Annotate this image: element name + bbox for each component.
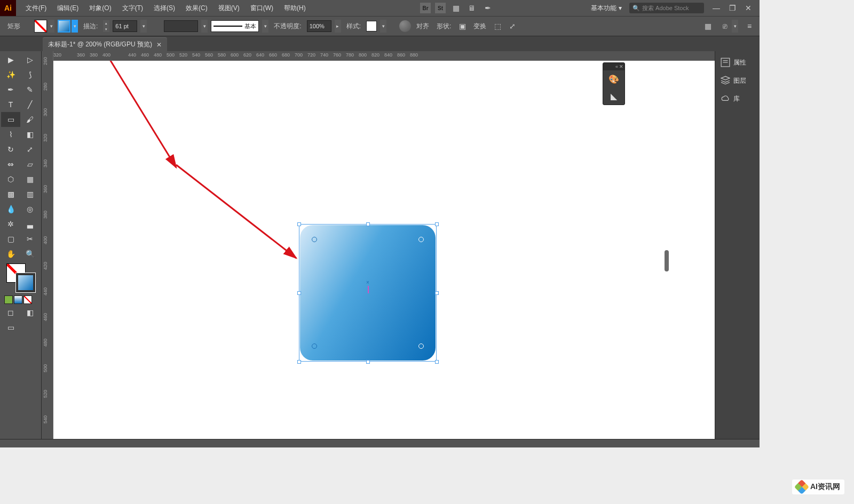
recolor-artwork-icon[interactable] [399,20,411,32]
gradient-tool[interactable]: ▥ [20,187,39,202]
perspective-tool[interactable]: ▦ [20,172,39,187]
shape-mode-icon[interactable]: ▣ [456,20,468,32]
sel-handle-tl[interactable] [297,222,301,226]
graph-tool[interactable]: ▃ [20,217,39,231]
menu-view[interactable]: 视图(V) [213,0,245,16]
stroke-swatch-group[interactable]: ▾ [58,20,78,33]
align-to-dropdown[interactable]: ⎚▾ [719,20,738,33]
screen-mode-button[interactable]: ▭ [1,320,20,335]
paintbrush-tool[interactable]: 🖌 [20,112,39,127]
stroke-swatch[interactable] [58,20,70,33]
stock-icon[interactable]: St [435,3,446,13]
color-mode-solid[interactable] [4,295,13,304]
sel-handle-mr[interactable] [435,291,439,295]
symbol-sprayer-tool[interactable]: ✲ [1,217,20,231]
graphic-style-caret[interactable]: ▾ [380,20,386,33]
sel-handle-ml[interactable] [297,291,301,295]
menu-select[interactable]: 选择(S) [148,0,180,16]
window-minimize-button[interactable]: — [708,2,724,14]
fill-swatch-group[interactable]: ▾ [34,20,54,33]
workspace-switcher[interactable]: 基本功能▾ [588,4,625,13]
rectangle-tool[interactable]: ▭ [1,112,20,127]
color-mode-none[interactable] [23,295,32,304]
menu-window[interactable]: 窗口(W) [245,0,279,16]
curvature-tool[interactable]: ✎ [20,82,39,97]
stroke-weight-stepper[interactable]: ▴▾ [103,20,109,32]
var-width-caret[interactable]: ▾ [201,20,208,33]
eyedropper-tool[interactable]: 💧 [1,202,20,217]
slice-tool[interactable]: ✂ [20,231,39,246]
sel-handle-tm[interactable] [366,222,370,226]
line-tool[interactable]: ╱ [20,97,39,112]
color-mode-gradient[interactable] [14,295,22,304]
corner-widget-tr[interactable] [418,237,424,242]
brush-definition-dropdown[interactable]: 基本 [211,20,259,32]
draw-mode-behind[interactable]: ◧ [20,305,39,320]
artboard-tool[interactable]: ▢ [1,231,20,246]
lasso-tool[interactable]: ⟆ [20,67,39,82]
opacity-caret[interactable]: ▸ [335,20,341,33]
panel-properties[interactable]: 属性 [717,54,758,70]
quill-icon[interactable]: ✒ [482,2,494,14]
align-label[interactable]: 对齐 [414,22,431,31]
draw-mode-normal[interactable]: ◻ [1,305,20,320]
menu-effect[interactable]: 效果(C) [180,0,213,16]
menu-file[interactable]: 文件(F) [20,0,52,16]
mesh-tool[interactable]: ▩ [1,187,20,202]
arrange-docs-icon[interactable]: ▦ [450,2,462,14]
width-tool[interactable]: ⇔ [1,157,20,172]
corner-widget-tl[interactable] [312,237,317,242]
isolate-icon[interactable]: ⬚ [492,20,503,32]
stroke-indicator[interactable] [16,273,35,292]
snap-pixel-icon[interactable]: ▦ [702,20,714,32]
opacity-input[interactable]: 100% [307,20,331,32]
menu-type[interactable]: 文字(T) [117,0,148,16]
stroke-weight-input[interactable]: 61 pt [113,20,137,32]
panel-layers[interactable]: 图层 [717,73,758,89]
stroke-dropdown-caret[interactable]: ▾ [72,20,78,33]
fill-stroke-indicator[interactable] [6,263,35,292]
rotate-tool[interactable]: ↻ [1,142,20,157]
free-transform-tool[interactable]: ▱ [20,157,39,172]
close-icon[interactable]: ✕ [619,64,623,69]
stroke-weight-caret[interactable]: ▾ [140,20,147,33]
scale-tool[interactable]: ⤢ [20,142,39,157]
fill-dropdown-caret[interactable]: ▾ [48,20,54,33]
shaper-tool[interactable]: ⌇ [1,127,20,142]
fill-swatch[interactable] [34,20,47,33]
close-tab-icon[interactable]: ✕ [156,41,162,49]
search-stock-input[interactable]: 🔍搜索 Adobe Stock [629,3,704,13]
horizontal-ruler[interactable]: 3203603804004404604805005205405605806006… [53,51,715,61]
step-up-icon[interactable]: ▴ [103,20,109,26]
corner-widget-br[interactable] [418,343,424,349]
window-restore-button[interactable]: ❐ [724,2,740,14]
brush-caret[interactable]: ▾ [262,20,268,33]
sel-handle-br[interactable] [435,360,439,364]
window-close-button[interactable]: ✕ [740,2,756,14]
gpu-icon[interactable]: 🖥 [466,2,478,14]
eraser-tool[interactable]: ◧ [20,127,39,142]
menu-edit[interactable]: 编辑(E) [52,0,84,16]
var-width-profile-dropdown[interactable] [164,20,198,32]
vertical-ruler[interactable]: 2602803003203403603804004204404604805005… [42,51,53,439]
floating-color-panel[interactable]: «✕ 🎨 ◣ [603,62,625,105]
align-to-caret[interactable]: ▾ [732,20,738,33]
step-down-icon[interactable]: ▾ [103,26,109,32]
pen-tool[interactable]: ✒ [1,82,20,97]
panel-menu-icon[interactable]: ≡ [744,20,755,32]
canvas-scrollbar[interactable] [665,250,669,271]
graphic-style-swatch[interactable] [366,21,377,31]
artboard-area[interactable]: × «✕ 🎨 ◣ [53,61,715,439]
zoom-tool[interactable]: 🔍 [20,246,39,261]
menu-help[interactable]: 帮助(H) [279,0,311,16]
corner-widget-bl[interactable] [312,343,317,349]
document-tab[interactable]: 未标题-1* @ 200% (RGB/GPU 预览) ✕ [43,37,167,51]
magic-wand-tool[interactable]: ✨ [1,67,20,82]
transform-label[interactable]: 变换 [471,22,488,31]
color-guide-icon[interactable]: ◣ [603,87,624,105]
menu-object[interactable]: 对象(O) [84,0,116,16]
hand-tool[interactable]: ✋ [1,246,20,261]
sel-handle-bm[interactable] [366,360,370,364]
panel-libraries[interactable]: 库 [717,91,758,107]
direct-selection-tool[interactable]: ▷ [20,52,39,67]
